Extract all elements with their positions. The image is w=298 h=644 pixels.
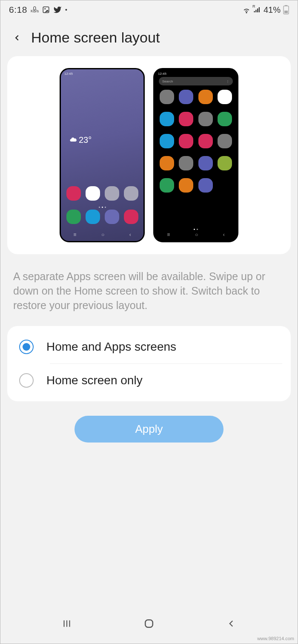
battery-percent: 41% xyxy=(264,5,281,15)
app-icon xyxy=(218,156,232,170)
signal-icon: R xyxy=(253,6,261,14)
svg-rect-3 xyxy=(254,11,255,12)
app-icon xyxy=(160,90,174,104)
watermark: www.989214.com xyxy=(257,636,294,641)
app-icon xyxy=(218,134,232,148)
apps-grid xyxy=(160,90,232,193)
preview-card: 12:45 23° ≡ ○ ‹ 12:45 Search ⋮ ≡ ○ ‹ xyxy=(7,56,291,254)
mini-home-icon: ○ xyxy=(195,232,198,238)
app-icon xyxy=(179,112,193,126)
battery-icon xyxy=(283,5,289,14)
app-icon xyxy=(218,112,232,126)
header: Home screen layout xyxy=(0,17,298,56)
weather-widget: 23° xyxy=(69,135,92,145)
mini-back-icon: ‹ xyxy=(129,232,131,238)
apps-page-indicator xyxy=(155,229,237,230)
home-dock-row xyxy=(61,210,143,224)
radio-selected[interactable] xyxy=(19,340,34,354)
app-icon xyxy=(218,90,232,104)
recents-button[interactable] xyxy=(61,618,72,631)
app-icon xyxy=(105,210,119,224)
page-title: Home screen layout xyxy=(31,29,160,46)
status-time: 6:18 xyxy=(9,5,27,15)
radio-unselected[interactable] xyxy=(19,373,34,388)
image-icon xyxy=(42,6,50,14)
dot-icon: • xyxy=(65,6,67,13)
svg-rect-5 xyxy=(257,9,258,12)
mini-recents-icon: ≡ xyxy=(167,232,170,238)
app-icon xyxy=(179,178,193,193)
twitter-icon xyxy=(53,6,62,14)
app-icon xyxy=(179,90,193,104)
svg-rect-9 xyxy=(284,11,288,13)
app-icon xyxy=(198,134,213,148)
mini-menu-icon: ⋮ xyxy=(226,79,229,83)
data-speed-indicator: 0 KB/s xyxy=(31,7,39,12)
app-icon xyxy=(198,178,213,193)
app-icon xyxy=(66,210,81,224)
home-preview: 12:45 23° ≡ ○ ‹ xyxy=(60,68,145,242)
mini-back-icon: ‹ xyxy=(223,232,225,238)
home-apps-row-1 xyxy=(61,186,143,201)
back-button-nav[interactable] xyxy=(226,618,237,631)
svg-point-1 xyxy=(44,8,46,9)
svg-rect-4 xyxy=(255,10,256,12)
app-icon xyxy=(105,186,119,201)
apply-button[interactable]: Apply xyxy=(74,416,224,443)
status-left: 6:18 0 KB/s • xyxy=(9,5,67,15)
app-icon xyxy=(160,178,174,193)
system-nav-bar xyxy=(0,617,298,632)
wifi-icon xyxy=(242,6,251,14)
back-button[interactable] xyxy=(11,31,23,44)
svg-rect-6 xyxy=(259,7,260,12)
svg-point-2 xyxy=(246,12,247,13)
option-label: Home and Apps screens xyxy=(46,340,176,354)
mini-nav-keys: ≡ ○ ‹ xyxy=(61,232,143,238)
mini-home-icon: ○ xyxy=(101,232,104,238)
app-icon xyxy=(198,156,213,170)
app-icon xyxy=(124,210,138,224)
app-icon xyxy=(160,112,174,126)
app-icon xyxy=(198,112,213,126)
options-card: Home and Apps screens Home screen only xyxy=(7,326,291,401)
mini-search-label: Search xyxy=(162,79,173,83)
mini-status-time: 12:45 xyxy=(64,72,73,76)
weather-temp: 23° xyxy=(79,135,92,145)
app-icon xyxy=(66,186,81,201)
option-home-only[interactable]: Home screen only xyxy=(7,364,291,397)
app-icon xyxy=(124,186,138,201)
app-icon xyxy=(198,90,213,104)
home-button[interactable] xyxy=(143,617,155,632)
app-icon xyxy=(160,156,174,170)
description-text: A separate Apps screen will be available… xyxy=(0,262,298,326)
mini-recents-icon: ≡ xyxy=(73,232,76,238)
mini-search-bar: Search ⋮ xyxy=(159,77,233,85)
app-icon xyxy=(179,156,193,170)
status-bar: 6:18 0 KB/s • R 41% xyxy=(0,0,298,17)
option-home-and-apps[interactable]: Home and Apps screens xyxy=(7,330,291,363)
app-icon xyxy=(160,134,174,148)
page-indicator xyxy=(61,207,143,208)
mini-nav-keys-2: ≡ ○ ‹ xyxy=(155,232,237,238)
app-icon xyxy=(86,186,100,201)
status-right: R 41% xyxy=(242,5,289,15)
svg-rect-13 xyxy=(145,620,153,627)
mini-status-time-2: 12:45 xyxy=(158,72,166,76)
app-icon xyxy=(179,134,193,148)
apps-preview: 12:45 Search ⋮ ≡ ○ ‹ xyxy=(153,68,238,242)
option-label: Home screen only xyxy=(46,374,143,387)
app-icon xyxy=(86,210,100,224)
